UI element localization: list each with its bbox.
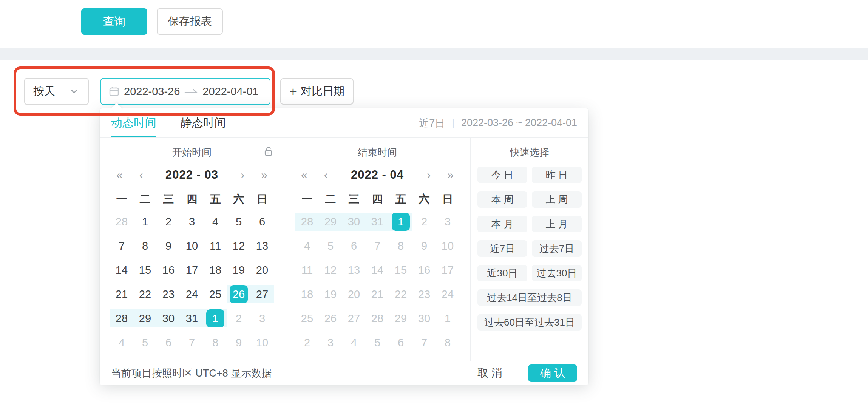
- calendar-cell[interactable]: 27: [250, 282, 274, 306]
- quick-select-button[interactable]: 本 周: [477, 191, 527, 208]
- calendar-cell[interactable]: 6: [342, 234, 366, 258]
- calendar-cell[interactable]: 31: [180, 306, 204, 331]
- calendar-cell[interactable]: 30: [412, 306, 436, 331]
- quick-select-button[interactable]: 近7日: [477, 240, 527, 257]
- query-button[interactable]: 查询: [81, 8, 147, 35]
- calendar-cell[interactable]: 27: [342, 306, 366, 331]
- tab-dynamic-time[interactable]: 动态时间: [111, 108, 156, 137]
- calendar-cell[interactable]: 11: [204, 234, 227, 258]
- calendar-cell[interactable]: 29: [133, 306, 157, 331]
- calendar-cell[interactable]: 15: [133, 258, 157, 282]
- calendar-cell[interactable]: 7: [180, 331, 204, 355]
- calendar-cell[interactable]: 23: [412, 282, 436, 306]
- confirm-button[interactable]: 确 认: [528, 364, 577, 382]
- calendar-cell[interactable]: 5: [319, 234, 342, 258]
- calendar-cell[interactable]: 2: [157, 210, 180, 234]
- calendar-cell[interactable]: 4: [295, 234, 319, 258]
- calendar-cell[interactable]: 10: [436, 234, 459, 258]
- calendar-cell[interactable]: 4: [204, 210, 227, 234]
- date-range-picker[interactable]: 2022-03-26 2022-04-01: [100, 78, 270, 105]
- calendar-cell[interactable]: 18: [295, 282, 319, 306]
- calendar-cell[interactable]: 1: [436, 306, 459, 331]
- calendar-cell[interactable]: 28: [110, 210, 133, 234]
- quick-select-button[interactable]: 本 月: [477, 216, 527, 232]
- calendar-cell[interactable]: 7: [110, 234, 133, 258]
- calendar-cell[interactable]: 3: [250, 306, 274, 331]
- calendar-cell[interactable]: 26: [319, 306, 342, 331]
- quick-select-button[interactable]: 今 日: [477, 167, 527, 183]
- next-year-button[interactable]: »: [447, 169, 454, 181]
- calendar-cell[interactable]: 24: [436, 282, 459, 306]
- calendar-cell-selected[interactable]: 1: [389, 210, 412, 234]
- next-month-button[interactable]: ›: [427, 169, 431, 181]
- calendar-cell[interactable]: 9: [227, 331, 250, 355]
- calendar-cell[interactable]: 19: [319, 282, 342, 306]
- calendar-cell[interactable]: 9: [412, 234, 436, 258]
- quick-select-button[interactable]: 昨 日: [532, 167, 582, 183]
- calendar-cell[interactable]: 30: [157, 306, 180, 331]
- calendar-cell[interactable]: 22: [389, 282, 412, 306]
- prev-year-button[interactable]: «: [116, 169, 123, 181]
- next-month-button[interactable]: ›: [241, 169, 244, 181]
- quick-select-button[interactable]: 过去14日至过去8日: [477, 289, 582, 306]
- calendar-cell[interactable]: 2: [227, 306, 250, 331]
- calendar-cell[interactable]: 2: [295, 331, 319, 355]
- calendar-cell[interactable]: 28: [110, 306, 133, 331]
- calendar-cell[interactable]: 4: [342, 331, 366, 355]
- calendar-cell[interactable]: 17: [180, 258, 204, 282]
- calendar-cell[interactable]: 6: [389, 331, 412, 355]
- quick-select-button[interactable]: 近30日: [477, 265, 527, 281]
- calendar-cell[interactable]: 8: [133, 234, 157, 258]
- calendar-cell[interactable]: 20: [342, 282, 366, 306]
- prev-month-button[interactable]: ‹: [139, 169, 143, 181]
- calendar-cell[interactable]: 12: [227, 234, 250, 258]
- calendar-cell[interactable]: 6: [250, 210, 274, 234]
- calendar-cell[interactable]: 25: [204, 282, 227, 306]
- calendar-cell[interactable]: 18: [204, 258, 227, 282]
- calendar-cell[interactable]: 8: [389, 234, 412, 258]
- granularity-select[interactable]: 按天: [24, 78, 89, 105]
- calendar-cell[interactable]: 14: [110, 258, 133, 282]
- calendar-cell[interactable]: 6: [157, 331, 180, 355]
- calendar-cell[interactable]: 29: [319, 210, 342, 234]
- calendar-cell[interactable]: 10: [180, 234, 204, 258]
- next-year-button[interactable]: »: [261, 169, 267, 181]
- calendar-cell[interactable]: 12: [319, 258, 342, 282]
- cancel-button[interactable]: 取 消: [475, 365, 505, 381]
- quick-select-button[interactable]: 上 月: [532, 216, 582, 232]
- calendar-cell[interactable]: 28: [366, 306, 389, 331]
- calendar-cell[interactable]: 8: [436, 331, 459, 355]
- calendar-cell[interactable]: 19: [227, 258, 250, 282]
- tab-static-time[interactable]: 静态时间: [181, 108, 226, 137]
- quick-select-button[interactable]: 过去60日至过去31日: [477, 314, 582, 331]
- quick-select-button[interactable]: 上 周: [532, 191, 582, 208]
- calendar-cell[interactable]: 28: [295, 210, 319, 234]
- calendar-cell[interactable]: 21: [366, 282, 389, 306]
- save-report-button[interactable]: 保存报表: [157, 8, 223, 35]
- calendar-cell[interactable]: 13: [250, 234, 274, 258]
- calendar-cell[interactable]: 16: [157, 258, 180, 282]
- compare-date-button[interactable]: + 对比日期: [280, 78, 354, 105]
- prev-month-button[interactable]: ‹: [324, 169, 328, 181]
- calendar-cell-selected[interactable]: 26: [227, 282, 250, 306]
- calendar-cell[interactable]: 5: [366, 331, 389, 355]
- calendar-cell[interactable]: 24: [180, 282, 204, 306]
- calendar-cell[interactable]: 20: [250, 258, 274, 282]
- calendar-cell[interactable]: 29: [389, 306, 412, 331]
- calendar-cell[interactable]: 15: [389, 258, 412, 282]
- calendar-cell[interactable]: 25: [295, 306, 319, 331]
- calendar-cell[interactable]: 14: [366, 258, 389, 282]
- quick-select-button[interactable]: 过去30日: [532, 265, 582, 281]
- calendar-cell[interactable]: 16: [412, 258, 436, 282]
- calendar-cell[interactable]: 3: [180, 210, 204, 234]
- calendar-cell[interactable]: 8: [204, 331, 227, 355]
- calendar-cell[interactable]: 3: [436, 210, 459, 234]
- calendar-cell[interactable]: 3: [319, 331, 342, 355]
- calendar-cell[interactable]: 5: [227, 210, 250, 234]
- calendar-cell[interactable]: 4: [110, 331, 133, 355]
- calendar-cell[interactable]: 31: [366, 210, 389, 234]
- quick-select-button[interactable]: 过去7日: [532, 240, 582, 257]
- unlock-icon[interactable]: [262, 145, 274, 158]
- prev-year-button[interactable]: «: [301, 169, 307, 181]
- calendar-cell[interactable]: 11: [295, 258, 319, 282]
